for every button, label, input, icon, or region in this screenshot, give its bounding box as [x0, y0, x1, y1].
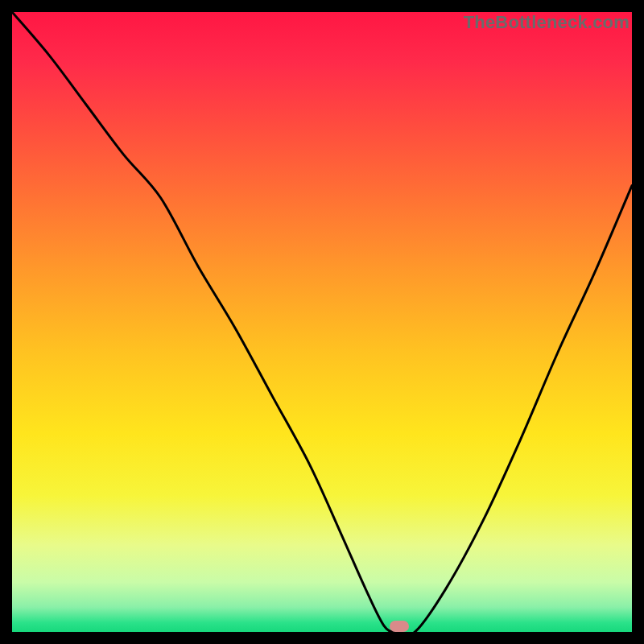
curve-layer	[12, 12, 632, 632]
watermark-text: TheBottleneck.com	[464, 12, 630, 33]
optimal-point-marker	[390, 621, 409, 632]
chart-frame: TheBottleneck.com	[0, 0, 644, 644]
plot-area: TheBottleneck.com	[12, 12, 632, 632]
bottleneck-curve	[12, 12, 632, 632]
